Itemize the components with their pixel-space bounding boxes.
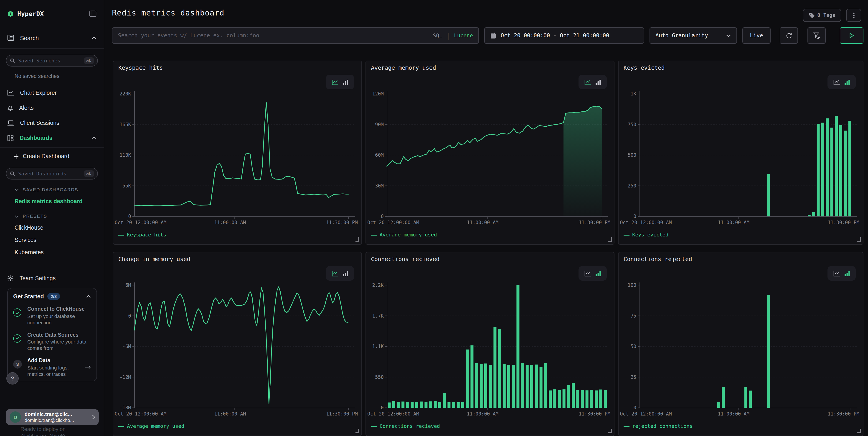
- search-placeholder: Search your events w/ Lucene ex. column:…: [118, 32, 433, 39]
- search-icon: [10, 58, 15, 63]
- bar-chart-icon[interactable]: [844, 79, 850, 85]
- sidebar-item-redis-dashboard[interactable]: Redis metrics dashboard: [14, 198, 104, 205]
- resize-handle[interactable]: [857, 429, 861, 433]
- chevron-up-icon[interactable]: [86, 295, 91, 298]
- help-button[interactable]: ?: [6, 372, 19, 384]
- line-chart-icon[interactable]: [833, 270, 840, 276]
- gear-icon: [7, 275, 14, 281]
- saved-dashboards-placeholder: Saved Dashboards: [18, 171, 84, 177]
- divider: [0, 147, 104, 148]
- bar-chart-icon[interactable]: [342, 79, 348, 85]
- resize-handle[interactable]: [608, 429, 612, 433]
- line-chart-icon[interactable]: [332, 270, 338, 276]
- get-started-card: Get Started 2/3 Connect to ClickHouse Se…: [7, 288, 97, 381]
- line-chart-icon[interactable]: [332, 79, 338, 85]
- refresh-button[interactable]: [780, 27, 798, 44]
- calendar-icon: [490, 32, 496, 39]
- bar-chart-icon[interactable]: [595, 270, 601, 276]
- chevron-right-icon: [92, 414, 95, 419]
- bar-chart-icon[interactable]: [595, 79, 601, 85]
- x-tick-start: Oct 20 12:00:00 AM: [115, 220, 166, 225]
- event-search-input[interactable]: Search your events w/ Lucene ex. column:…: [112, 27, 479, 44]
- saved-dashboards-header[interactable]: SAVED DASHBOARDS: [14, 187, 104, 192]
- sidebar-item-chart-explorer[interactable]: Chart Explorer: [0, 85, 104, 100]
- shortcut-badge: ⌘K: [84, 170, 94, 177]
- sidebar-item-services[interactable]: Services: [14, 237, 104, 243]
- chart-legend-keyspace-hits: Keyspace hits: [118, 232, 166, 238]
- legend-swatch: [371, 234, 377, 235]
- resize-handle[interactable]: [608, 237, 612, 242]
- x-tick-mid: 11:00:00 AM: [467, 220, 498, 225]
- search-icon: [10, 171, 15, 176]
- chart-title-keys-evicted: Keys evicted: [624, 64, 665, 71]
- sidebar-item-team-settings[interactable]: Team Settings: [0, 271, 104, 286]
- line-chart-icon[interactable]: [584, 270, 591, 276]
- legend-swatch: [118, 234, 124, 235]
- filter-icon[interactable]: [807, 27, 826, 44]
- x-tick-mid: 11:00:00 AM: [467, 411, 498, 416]
- sidebar: HyperDX Search Saved Searches ⌘K No save: [0, 0, 104, 436]
- get-started-item-datasources[interactable]: Create Data Sources Configure where your…: [13, 331, 91, 351]
- presets-header[interactable]: PRESETS: [14, 214, 104, 219]
- chevron-down-icon: [726, 32, 731, 39]
- run-query-button[interactable]: [840, 27, 863, 44]
- x-tick-end: 11:30:00 PM: [326, 411, 358, 416]
- create-dashboard-button[interactable]: Create Dashboard: [0, 148, 104, 164]
- chevron-up-icon: [92, 136, 96, 139]
- live-button[interactable]: Live: [742, 27, 771, 44]
- resize-handle[interactable]: [355, 429, 359, 433]
- svg-text:30M: 30M: [375, 183, 384, 188]
- svg-text:0: 0: [633, 405, 636, 410]
- bar-chart-icon[interactable]: [844, 270, 850, 276]
- sql-mode-toggle[interactable]: SQL: [433, 32, 442, 39]
- chart-panel-connections-received: Connections recieved2.2K1.7K1.1K5500Oct …: [366, 252, 615, 436]
- resize-handle[interactable]: [355, 237, 359, 242]
- chart-panel-connections-rejected: Connections rejected1007550250Oct 20 12:…: [618, 252, 863, 436]
- svg-text:1.1K: 1.1K: [372, 344, 384, 349]
- line-chart-icon[interactable]: [833, 79, 840, 85]
- sidebar-item-kubernetes[interactable]: Kubernetes: [14, 249, 104, 256]
- lucene-mode-toggle[interactable]: Lucene: [454, 32, 473, 39]
- collapse-sidebar-icon[interactable]: [89, 10, 96, 17]
- sidebar-item-dashboards[interactable]: Dashboards: [0, 130, 104, 145]
- x-tick-start: Oct 20 12:00:00 AM: [367, 411, 419, 416]
- more-options-button[interactable]: [846, 9, 861, 22]
- svg-text:500: 500: [628, 152, 636, 158]
- get-started-item-add-data[interactable]: 3 Add Data Start sending logs, metrics, …: [13, 357, 91, 377]
- get-started-title: Get Started: [13, 293, 44, 299]
- svg-text:60M: 60M: [375, 152, 384, 158]
- svg-text:250: 250: [628, 183, 636, 188]
- granularity-select[interactable]: Auto Granularity: [650, 27, 737, 44]
- svg-text:100: 100: [628, 283, 636, 288]
- x-tick-start: Oct 20 12:00:00 AM: [620, 411, 672, 416]
- sidebar-item-search[interactable]: Search: [0, 31, 104, 45]
- tags-button[interactable]: 0 Tags: [803, 9, 841, 22]
- svg-text:25: 25: [631, 375, 636, 380]
- date-range-picker[interactable]: Oct 20 00:00:00 - Oct 21 00:00:00: [484, 27, 644, 44]
- sidebar-item-clickhouse[interactable]: ClickHouse: [14, 225, 104, 231]
- x-tick-mid: 11:00:00 AM: [718, 411, 749, 416]
- brand-name: HyperDX: [17, 10, 44, 17]
- chart-title-avg-memory: Average memory used: [371, 64, 436, 71]
- x-tick-start: Oct 20 12:00:00 AM: [620, 220, 672, 225]
- resize-handle[interactable]: [857, 237, 861, 242]
- chart-plot-avg-memory: 120M90M60M30M0: [366, 61, 615, 245]
- chart-type-toggle: [828, 266, 856, 281]
- get-started-item-connect[interactable]: Connect to ClickHouse Set up your databa…: [13, 306, 91, 325]
- svg-text:220K: 220K: [120, 91, 131, 96]
- sidebar-item-client-sessions[interactable]: Client Sessions: [0, 115, 104, 130]
- get-started-hidden-line: ClickHouse Cloud?: [21, 434, 65, 436]
- bar-chart-icon[interactable]: [342, 270, 348, 276]
- page-title: Redis metrics dashboard: [112, 8, 224, 17]
- search-section-icon: [7, 35, 14, 41]
- saved-dashboards-input[interactable]: Saved Dashboards ⌘K: [6, 168, 98, 179]
- x-tick-end: 11:30:00 PM: [326, 220, 358, 225]
- laptop-icon: [7, 120, 14, 125]
- chart-legend-connections-received: Connections recieved: [371, 423, 440, 429]
- x-tick-end: 11:30:00 PM: [828, 411, 859, 416]
- line-chart-icon[interactable]: [584, 79, 591, 85]
- saved-searches-input[interactable]: Saved Searches ⌘K: [6, 55, 98, 66]
- svg-text:750: 750: [628, 122, 636, 127]
- sidebar-item-alerts[interactable]: Alerts: [0, 100, 104, 115]
- user-menu[interactable]: D dominic.tran@clic... dominic.tran@clic…: [6, 409, 99, 425]
